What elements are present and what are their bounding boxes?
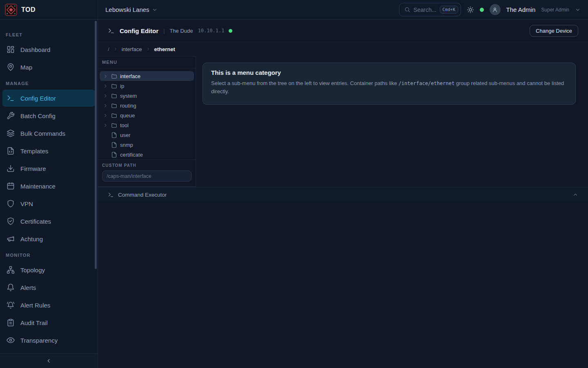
topbar-right: Search... Cmd+K The Admin Super Admin	[399, 3, 588, 16]
brand-name: TOD	[21, 6, 36, 13]
tree-item-snmp[interactable]: snmp	[100, 140, 194, 150]
tree-item-certificate[interactable]: certificate	[100, 150, 194, 159]
terminal-icon	[108, 27, 115, 34]
sidebar-item-batch-config[interactable]: Batch Config	[2, 107, 95, 124]
sidebar-item-map[interactable]: Map	[2, 58, 95, 76]
map-pin-icon	[7, 63, 15, 71]
sidebar-item-label: Audit Trail	[20, 319, 48, 326]
theme-toggle-sun-icon[interactable]	[467, 6, 474, 13]
command-executor-bar[interactable]: Command Executor	[98, 187, 588, 202]
sidebar-item-firmware[interactable]: Firmware	[2, 160, 95, 177]
file-icon	[111, 132, 117, 138]
sidebar-section-fleet: FLEET	[0, 31, 98, 38]
custom-path-input[interactable]	[102, 171, 192, 182]
brand: TOD	[0, 0, 98, 19]
download-icon	[7, 164, 15, 173]
tod-logo-icon	[5, 4, 17, 16]
sidebar-item-dashboard[interactable]: Dashboard	[2, 41, 95, 58]
avatar[interactable]	[490, 4, 501, 15]
eye-icon	[7, 336, 15, 344]
search-input[interactable]: Search... Cmd+K	[399, 3, 461, 16]
header-separator: |	[163, 28, 165, 34]
terminal-icon	[108, 192, 114, 198]
wrench-icon	[7, 112, 15, 120]
device-name: The Dude	[169, 28, 193, 34]
breadcrumb: / interface ethernet	[98, 42, 588, 56]
chevron-right-icon[interactable]	[103, 74, 108, 79]
page-title: Config Editor	[120, 27, 158, 34]
tree-item-tool[interactable]: tool	[100, 120, 194, 130]
chevron-right-icon[interactable]	[103, 113, 108, 118]
user-role: Super Admin	[541, 7, 569, 13]
file-code-icon	[7, 147, 15, 155]
folder-icon	[111, 73, 117, 79]
info-body-code-path: /interface/ethernet	[399, 81, 454, 86]
sidebar-item-templates[interactable]: Templates	[2, 142, 95, 159]
content-body: MENU interface ip system	[98, 56, 588, 187]
tree-item-routing[interactable]: routing	[100, 101, 194, 110]
sidebar-item-label: Map	[20, 64, 32, 71]
sidebar-item-bulk-commands[interactable]: Bulk Commands	[2, 125, 95, 142]
sidebar: FLEET Dashboard Map MANAGE Config Editor…	[0, 20, 98, 368]
search-icon	[404, 7, 410, 13]
menu-tree: interface ip system routing	[98, 68, 196, 159]
chevron-right-icon	[113, 47, 118, 52]
breadcrumb-parent[interactable]: interface	[122, 46, 142, 52]
tree-item-queue[interactable]: queue	[100, 110, 194, 120]
breadcrumb-root[interactable]: /	[108, 46, 109, 52]
sidebar-item-topology[interactable]: Topology	[2, 261, 95, 278]
chevron-right-icon[interactable]	[103, 103, 108, 108]
device-status-dot	[229, 29, 232, 33]
tree-item-ip[interactable]: ip	[100, 81, 194, 91]
chevron-up-icon[interactable]	[572, 192, 578, 197]
user-icon	[492, 7, 498, 13]
sidebar-scrollbar[interactable]	[95, 21, 97, 269]
sidebar-item-config-editor[interactable]: Config Editor	[2, 90, 95, 107]
sidebar-item-label: Maintenance	[20, 183, 56, 190]
folder-icon	[111, 93, 117, 99]
sidebar-item-alerts[interactable]: Alerts	[2, 279, 95, 296]
info-title: This is a menu category	[211, 69, 567, 76]
tree-indent	[103, 142, 108, 148]
user-name: The Admin	[506, 6, 536, 13]
sidebar-item-label: Bulk Commands	[20, 130, 65, 137]
sidebar-section-monitor: MONITOR	[0, 251, 98, 259]
chevron-right-icon[interactable]	[103, 93, 108, 99]
sidebar-item-label: Topology	[20, 267, 45, 274]
empty-workspace	[98, 202, 588, 368]
sidebar-collapse-button[interactable]	[0, 353, 98, 368]
chevron-right-icon[interactable]	[103, 123, 108, 128]
sidebar-item-transparency[interactable]: Transparency	[2, 332, 95, 349]
main-content: Config Editor | The Dude 10.10.1.1 Chang…	[98, 20, 588, 368]
tree-item-user[interactable]: user	[100, 130, 194, 140]
calendar-icon	[7, 182, 15, 190]
tree-item-label: interface	[120, 73, 140, 79]
bell-ring-icon	[7, 301, 15, 309]
org-switcher[interactable]: Lebowski Lanes	[105, 6, 158, 13]
tree-item-label: snmp	[120, 142, 133, 148]
connection-status-dot	[480, 8, 484, 12]
info-area: This is a menu category Select a sub-men…	[196, 56, 588, 187]
tree-item-label: certificate	[120, 152, 143, 158]
folder-icon	[111, 122, 117, 128]
tree-item-system[interactable]: system	[100, 91, 194, 101]
sidebar-item-achtung[interactable]: Achtung	[2, 230, 95, 247]
file-icon	[111, 152, 117, 158]
dashboard-icon	[7, 45, 15, 54]
tree-item-interface[interactable]: interface	[100, 71, 194, 81]
sidebar-item-label: Batch Config	[20, 112, 56, 119]
sidebar-item-audit-trail[interactable]: Audit Trail	[2, 314, 95, 331]
chevron-right-icon[interactable]	[103, 83, 108, 89]
sidebar-item-vpn[interactable]: VPN	[2, 195, 95, 212]
change-device-button[interactable]: Change Device	[530, 25, 578, 37]
custom-path-label: CUSTOM PATH	[102, 163, 192, 168]
sidebar-item-label: Alert Rules	[20, 302, 50, 309]
menu-tree-panel: MENU interface ip system	[98, 56, 196, 187]
sidebar-item-alert-rules[interactable]: Alert Rules	[2, 296, 95, 314]
sidebar-item-maintenance[interactable]: Maintenance	[2, 177, 95, 195]
sidebar-item-label: Config Editor	[20, 95, 56, 102]
sidebar-item-label: Achtung	[20, 236, 43, 242]
user-menu-chevron-down-icon[interactable]	[575, 7, 581, 13]
tree-indent	[103, 132, 108, 138]
sidebar-item-certificates[interactable]: Certificates	[2, 213, 95, 230]
